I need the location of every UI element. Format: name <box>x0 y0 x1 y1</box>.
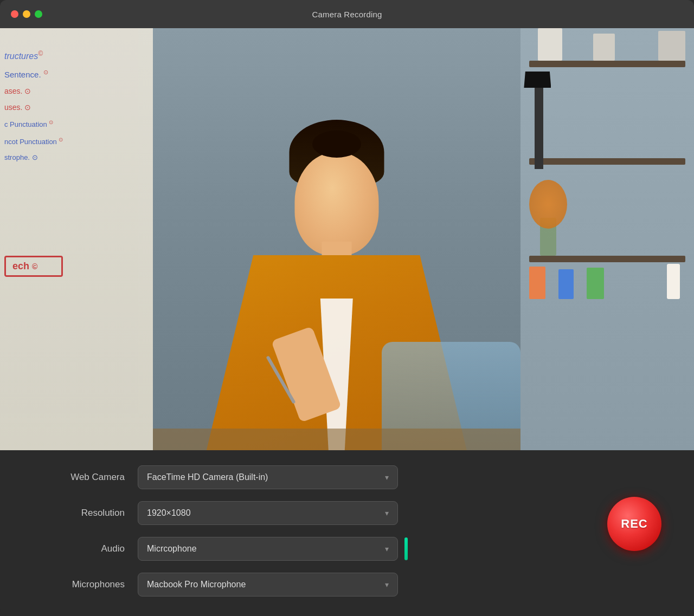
wb-line-4: uses. ⊙ <box>4 103 63 112</box>
window-title: Camera Recording <box>312 10 382 19</box>
rec-button-container: REC <box>607 497 661 551</box>
wb-line-3: ases. ⊙ <box>4 87 63 95</box>
rec-button[interactable]: REC <box>607 497 661 551</box>
microphones-row: Microphones Macbook Pro Microphone ▾ <box>33 573 661 596</box>
audio-select[interactable]: Micrcophone ▾ <box>138 537 398 561</box>
audio-row-extra: Micrcophone ▾ <box>138 537 414 561</box>
microphones-select[interactable]: Macbook Pro Microphone ▾ <box>138 573 398 596</box>
wb-line-7: strophe. ⊙ <box>4 153 63 161</box>
book-2 <box>558 269 574 299</box>
video-area: tructures© Sentence. ⊙ ases. ⊙ uses. ⊙ c… <box>0 28 694 450</box>
wb-line-2: Sentence. ⊙ <box>4 69 63 79</box>
web-camera-value: FaceTime HD Camera (Built-in) <box>147 472 268 482</box>
wb-bottom-label: ech © <box>12 261 37 271</box>
candle <box>667 264 680 299</box>
camera-feed: tructures© Sentence. ⊙ ases. ⊙ uses. ⊙ c… <box>0 28 694 450</box>
audio-row: Audio Micrcophone ▾ <box>33 537 661 561</box>
book-3 <box>587 268 604 299</box>
lamp-arm <box>535 82 543 169</box>
wb-line-6: ncot Punctuation ⊙ <box>4 137 63 146</box>
microphones-value: Macbook Pro Microphone <box>147 580 246 589</box>
shelf-bar-2 <box>529 158 685 165</box>
resolution-value: 1920×1080 <box>147 508 191 518</box>
whiteboard-text: tructures© Sentence. ⊙ ases. ⊙ uses. ⊙ c… <box>4 50 63 277</box>
web-camera-row: Web Camera FaceTime HD Camera (Built-in)… <box>33 465 661 489</box>
shelf-bar-1 <box>529 61 685 67</box>
app-window: Camera Recording tructures© Sentence. ⊙ … <box>0 0 694 616</box>
web-camera-select[interactable]: FaceTime HD Camera (Built-in) ▾ <box>138 465 398 489</box>
title-bar-controls <box>11 10 42 18</box>
title-bar: Camera Recording <box>0 0 694 28</box>
audio-value: Micrcophone <box>147 544 197 554</box>
whiteboard-panel: tructures© Sentence. ⊙ ases. ⊙ uses. ⊙ c… <box>0 28 153 450</box>
minimize-button[interactable] <box>23 10 30 18</box>
web-camera-label: Web Camera <box>33 472 125 483</box>
controls-wrapper: Web Camera FaceTime HD Camera (Built-in)… <box>0 450 694 616</box>
resolution-label: Resolution <box>33 508 125 518</box>
flower-vase <box>529 169 567 256</box>
audio-chevron: ▾ <box>385 544 389 553</box>
web-camera-chevron: ▾ <box>385 473 389 482</box>
microphones-label: Microphones <box>33 579 125 590</box>
wb-line-5: c Punctuation ⊙ <box>4 119 63 128</box>
right-shelf <box>520 28 694 450</box>
lamp-shade <box>524 72 551 88</box>
shelf-item-box3 <box>658 31 685 61</box>
shelf-item-box2 <box>593 34 615 61</box>
rec-label: REC <box>621 517 647 531</box>
volume-indicator <box>404 537 408 560</box>
shelf-bar-3 <box>529 256 685 262</box>
shelf-item-box1 <box>538 28 562 61</box>
maximize-button[interactable] <box>35 10 42 18</box>
desk-surface <box>153 429 520 450</box>
book-1 <box>529 267 545 299</box>
resolution-chevron: ▾ <box>385 509 389 517</box>
microphones-chevron: ▾ <box>385 580 389 589</box>
resolution-select[interactable]: 1920×1080 ▾ <box>138 501 398 525</box>
close-button[interactable] <box>11 10 18 18</box>
controls-area: Web Camera FaceTime HD Camera (Built-in)… <box>0 450 694 616</box>
resolution-row: Resolution 1920×1080 ▾ <box>33 501 661 525</box>
wb-line-1: tructures© <box>4 50 63 61</box>
audio-label: Audio <box>33 543 125 554</box>
